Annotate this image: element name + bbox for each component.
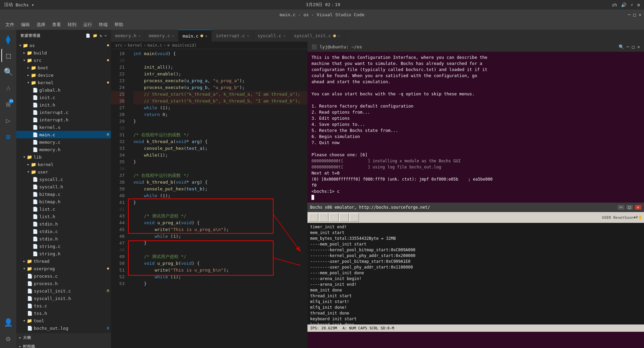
tree-lib-kernel[interactable]: ▸ 📁 kernel	[16, 161, 111, 168]
tree-init-h[interactable]: 📄 init.h	[16, 101, 111, 109]
settings-icon[interactable]: ⚙	[637, 2, 640, 7]
close-button[interactable]: ✕	[639, 12, 641, 17]
tree-timeline-section[interactable]: ▸ 时间线	[16, 342, 111, 348]
audio-icon[interactable]: 🔊	[621, 2, 626, 7]
menu-goto[interactable]: 转到	[65, 20, 79, 29]
tree-syscall-c[interactable]: 📄 syscall.c	[16, 176, 111, 183]
minimize-button[interactable]: ─	[628, 12, 631, 17]
tree-device[interactable]: ▸ 📁 device	[16, 71, 111, 79]
bochs-btn-3[interactable]: ⏹	[329, 213, 339, 222]
menu-help[interactable]: 帮助	[112, 20, 126, 29]
tree-global-h[interactable]: 📄 global.h	[16, 86, 111, 94]
tab-main-c[interactable]: main.c ✕	[178, 30, 212, 42]
tab-memory-h-close[interactable]: ✕	[138, 34, 141, 38]
tree-lib-user[interactable]: ▾ 📁 user	[16, 168, 111, 176]
app-name[interactable]: Bochs ▾	[16, 2, 34, 7]
tree-bitmap-h[interactable]: 📄 bitmap.h	[16, 198, 111, 205]
code-text[interactable]: int main(void) { init_all(); intr_enable…	[128, 49, 307, 348]
tab-syscall-c[interactable]: syscall.c ✕	[253, 30, 289, 42]
tree-thread[interactable]: ▸ 📁 thread	[16, 257, 111, 265]
tree-list-h[interactable]: 📄 list.h	[16, 213, 111, 220]
bochs-btn-1[interactable]: ▶	[309, 213, 318, 222]
tree-stdin-h[interactable]: 📄 stdin.h	[16, 220, 111, 228]
tree-main-c[interactable]: 📄 main.c M	[16, 131, 111, 138]
menu-view[interactable]: 查看	[49, 20, 64, 29]
bochs-maximize-button[interactable]: □	[626, 205, 633, 210]
menu-edit[interactable]: 编辑	[18, 20, 33, 29]
bochs-btn-2[interactable]: ⏸	[319, 213, 328, 222]
activity-explorer[interactable]: ⬚	[1, 49, 15, 62]
tab-interrupt-c[interactable]: interrupt.c ✕	[212, 30, 253, 42]
tab-syscall-c-close[interactable]: ✕	[283, 34, 285, 38]
tree-bochs-out-log[interactable]: 📄 bochs_out.log U	[16, 324, 111, 332]
breadcrumb-mainfn[interactable]: ⊕ main(void)	[167, 43, 197, 48]
maximize-button[interactable]: □	[633, 12, 636, 17]
menu-file[interactable]: 文件	[3, 20, 17, 29]
bochs-output[interactable]: timer_init end! mem_init start mem_bytes…	[307, 223, 644, 324]
tree-tool[interactable]: ▾ 📁 tool	[16, 317, 111, 324]
tree-outline-section[interactable]: ▸ 大纲	[16, 333, 111, 342]
tree-bitmap-c[interactable]: 📄 bitmap.c	[16, 190, 111, 198]
activity-settings[interactable]: ⚙	[1, 332, 15, 345]
tree-tss-c[interactable]: 📄 tss.c	[16, 302, 111, 309]
terminal-content[interactable]: This is the Bochs Configuration Interfac…	[307, 52, 644, 203]
tree-list-c[interactable]: 📄 list.c	[16, 205, 111, 213]
activity-vscode-logo[interactable]: ⧫	[1, 32, 15, 46]
tree-syscall-init-h[interactable]: 📄 syscall_init.h	[16, 295, 111, 302]
tree-syscall-init-c[interactable]: 📄 syscall_init.c M	[16, 287, 111, 295]
tree-interrupt-c[interactable]: 📄 interrupt.c	[16, 109, 111, 116]
tab-syscall-init-c-close[interactable]: ✕	[338, 34, 340, 38]
tab-syscall-init-c[interactable]: syscall_init.c ✕	[290, 30, 344, 42]
menu-run[interactable]: 运行	[81, 20, 95, 29]
breadcrumb-kernel[interactable]: kernel	[128, 43, 142, 48]
tab-memory-c-close[interactable]: ✕	[172, 34, 174, 38]
tree-process-h[interactable]: 📄 process.h	[16, 280, 111, 287]
terminal-minimize-icon[interactable]: ─	[627, 44, 629, 49]
tree-string-h[interactable]: 📄 string.h	[16, 250, 111, 257]
activity-account[interactable]: 👤	[1, 316, 15, 329]
terminal-close-icon[interactable]: ✕	[637, 44, 640, 49]
power-icon[interactable]: ⚡	[630, 2, 633, 7]
tree-build[interactable]: ▸ 📁 build	[16, 49, 111, 56]
new-file-icon[interactable]: 📄	[86, 33, 91, 38]
tab-main-c-close[interactable]: ✕	[205, 34, 207, 38]
collapse-all-icon[interactable]: ⋯	[104, 33, 107, 38]
tree-init-c[interactable]: 📄 init.c	[16, 94, 111, 101]
tree-os[interactable]: ▾ 📁 os	[16, 42, 111, 49]
bochs-close-button[interactable]: ✕	[635, 205, 641, 210]
new-folder-icon[interactable]: 📁	[93, 33, 98, 38]
tab-memory-c[interactable]: memory.c ✕	[145, 30, 179, 42]
terminal-search-icon[interactable]: 🔍	[619, 44, 624, 49]
bochs-minimize-button[interactable]: ─	[618, 205, 624, 210]
breadcrumb-src[interactable]: src	[115, 43, 123, 48]
tree-stdio-c[interactable]: 📄 stdio.c	[16, 228, 111, 235]
tree-boot[interactable]: ▸ 📁 boot	[16, 64, 111, 71]
tree-stdio-h[interactable]: 📄 stdio.h	[16, 235, 111, 242]
tree-memory-c[interactable]: 📄 memory.c	[16, 138, 111, 146]
breadcrumb-mainc[interactable]: main.c	[148, 43, 162, 48]
tree-kernel[interactable]: ▾ 📁 kernel	[16, 79, 111, 86]
menu-select[interactable]: 选择	[34, 20, 48, 29]
activity-source-control[interactable]: ⑃	[1, 81, 15, 95]
tree-tss-h[interactable]: 📄 tss.h	[16, 309, 111, 317]
tree-src[interactable]: ▾ 📁 src	[16, 56, 111, 64]
activity-run[interactable]: ▷	[1, 114, 15, 127]
activity-search[interactable]: 🔍	[1, 65, 15, 78]
tree-kernel-s[interactable]: 📄 kernel.s	[16, 123, 111, 131]
terminal-maximize-icon[interactable]: □	[632, 44, 635, 49]
menu-terminal[interactable]: 终端	[96, 20, 110, 29]
refresh-icon[interactable]: ↻	[100, 33, 103, 38]
tab-memory-h[interactable]: memory.h ✕	[111, 30, 145, 42]
activity-extensions[interactable]: ⊞ 30	[1, 97, 15, 111]
tree-process-c[interactable]: 📄 process.c	[16, 272, 111, 280]
tab-interrupt-c-close[interactable]: ✕	[247, 34, 249, 38]
tree-userprog[interactable]: ▾ 📁 userprog	[16, 265, 111, 272]
tree-syscall-h[interactable]: 📄 syscall.h	[16, 183, 111, 190]
bochs-btn-5[interactable]: ⚙	[349, 213, 359, 222]
tree-lib[interactable]: ▾ 📁 lib	[16, 153, 111, 161]
tree-memory-h-kernel[interactable]: 📄 memory.h	[16, 146, 111, 153]
tree-string-c[interactable]: 📄 string.c	[16, 242, 111, 250]
tree-interrupt-h[interactable]: 📄 interrupt.h	[16, 116, 111, 123]
bochs-btn-4[interactable]: ↺	[339, 213, 349, 222]
activity-remote[interactable]: ⊞	[1, 130, 15, 143]
